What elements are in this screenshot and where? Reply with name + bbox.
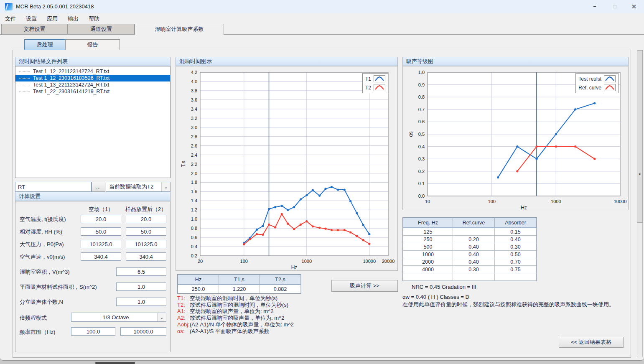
calc-field-with-sample[interactable]: [126, 240, 166, 248]
close-button[interactable]: ✕: [624, 0, 644, 13]
maximize-button[interactable]: □: [605, 0, 624, 13]
svg-text:0.3: 0.3: [418, 156, 425, 161]
menu-file[interactable]: 文件: [0, 13, 21, 24]
svg-text:0.7: 0.7: [418, 107, 425, 112]
chevron-down-icon[interactable]: ⌄: [161, 182, 170, 191]
calc-field-with-sample[interactable]: [126, 252, 166, 261]
legend-item: T2: [365, 84, 385, 91]
menu-output[interactable]: 输出: [63, 13, 84, 24]
back-to-results-button[interactable]: << 返回结果表格: [559, 337, 624, 348]
table-row: 2500.200.40: [403, 236, 537, 243]
file-list-item[interactable]: Test 1_22_230316141219_RT.txt: [15, 88, 170, 95]
calc-field-empty-room[interactable]: [81, 215, 121, 223]
svg-text:0.2: 0.2: [418, 169, 425, 174]
data-read-value: 当前数据读取为T2: [106, 183, 161, 191]
calc-row-label: 分立吸声体个数,N: [20, 298, 63, 306]
menu-help[interactable]: 帮助: [84, 13, 104, 24]
table-header: Hz: [178, 275, 219, 285]
svg-text:3.8: 3.8: [191, 88, 197, 93]
calc-field-empty-room[interactable]: [81, 240, 121, 248]
svg-text:1.0: 1.0: [418, 70, 425, 75]
absorber-table: Freq. HzRef.curveAbsorber125 0.152500.20…: [402, 217, 537, 281]
svg-text:0.6: 0.6: [418, 119, 425, 124]
file-list[interactable]: Test 1_12_221123142724_RT.txt Test 1_12_…: [15, 66, 171, 178]
rt-chart-header: 混响时间图示: [176, 57, 398, 66]
subtab-report[interactable]: 报告: [65, 39, 120, 50]
nrc-result: NRC = 0.45 Gradation = III: [412, 284, 476, 290]
svg-text:2.0: 2.0: [191, 171, 197, 176]
calc-row-label: 混响室容积，V(m^3): [20, 268, 70, 276]
annotation-line: A1:空场混响室的吸声量，单位为: m^2: [177, 308, 397, 315]
freq-max-field[interactable]: [120, 327, 166, 336]
freq-min-field[interactable]: [71, 327, 115, 336]
svg-text:3.6: 3.6: [191, 97, 197, 102]
octave-mode-select[interactable]: 1/3 Octave ⌄: [71, 313, 166, 322]
calc-settings-body: 空场（1） 样品放置后（2） 倍频程模式 1/3 Octave ⌄ 频率范围（H…: [15, 201, 171, 352]
tab-channel-settings[interactable]: 通道设置: [68, 24, 135, 34]
svg-text:2.8: 2.8: [191, 134, 197, 139]
svg-text:1.8: 1.8: [191, 180, 197, 185]
rating-chart[interactable]: 0.00.10.20.30.40.50.60.70.80.91.01010010…: [402, 66, 629, 210]
minimize-button[interactable]: −: [585, 0, 604, 13]
subtab-postprocess[interactable]: 后处理: [24, 39, 65, 50]
tab-document-settings[interactable]: 文档设置: [1, 24, 68, 34]
calc-field-empty-room[interactable]: [81, 227, 121, 236]
table-row: 250.01.2200.882: [178, 285, 301, 293]
svg-text:2.6: 2.6: [191, 143, 197, 148]
table-header: Freq. Hz: [403, 218, 453, 228]
calc-field-with-sample[interactable]: [126, 215, 166, 223]
octave-mode-label: 倍频程模式: [20, 314, 47, 322]
svg-text:Hz: Hz: [521, 205, 527, 210]
calc-field-single[interactable]: [116, 283, 166, 291]
data-read-select[interactable]: 当前数据读取为T2 ⌄: [106, 182, 171, 192]
svg-text:0.9: 0.9: [418, 82, 425, 87]
svg-text:4.2: 4.2: [191, 70, 197, 75]
svg-text:3.2: 3.2: [191, 116, 197, 121]
svg-text:10: 10: [425, 199, 430, 204]
rt-chart-legend: T1T2: [362, 73, 388, 93]
svg-text:20: 20: [198, 259, 203, 264]
file-list-item[interactable]: Test 1_13_221123142724_RT.txt: [15, 81, 170, 88]
svg-text:1.4: 1.4: [191, 198, 197, 203]
usage-note: 在使用此单值评价量的时候，强烈建议与按照标准获得的完整的吸声系数曲线一块使用。: [402, 301, 614, 308]
collapse-left-icon[interactable]: <: [637, 172, 642, 176]
menu-settings[interactable]: 设置: [21, 13, 42, 24]
rt-name-input[interactable]: [15, 182, 92, 192]
series-curve-icon: [374, 75, 385, 82]
calc-field-single[interactable]: [116, 267, 166, 276]
svg-text:0.1: 0.1: [418, 181, 425, 186]
tab-reverb-room-absorption[interactable]: 混响室计算吸声系数: [135, 24, 224, 35]
table-row: [403, 273, 537, 281]
calc-field-single[interactable]: [116, 298, 166, 306]
calc-field-empty-room[interactable]: [81, 252, 121, 261]
panel-collapse-handle[interactable]: <: [637, 50, 643, 223]
app-window: MCR Beta 2.05.0.001 20230418 − □ ✕ 文件设置应…: [0, 0, 644, 361]
table-row: 20000.400.70: [403, 258, 537, 266]
freq-range-label: 频率范围（Hz): [20, 328, 55, 336]
rt-chart[interactable]: 0.20.40.60.81.01.21.41.61.82.02.22.42.62…: [176, 66, 398, 271]
menu-apply[interactable]: 应用: [42, 13, 63, 24]
window-title: MCR Beta 2.05.0.001 20230418: [16, 3, 94, 10]
calc-field-with-sample[interactable]: [126, 227, 166, 236]
svg-text:20000: 20000: [382, 259, 395, 264]
svg-text:0.5: 0.5: [418, 132, 425, 137]
absorption-calc-button[interactable]: 吸声计算 >>: [331, 280, 398, 292]
table-header: Ref.curve: [453, 218, 495, 228]
browse-button[interactable]: ...: [92, 182, 105, 192]
calc-row-label: 空气温度, t(摄氏度): [20, 216, 66, 223]
legend-item: Test reulst: [578, 75, 616, 82]
svg-text:1000: 1000: [551, 199, 561, 204]
svg-text:0.8: 0.8: [418, 94, 425, 99]
svg-text:2.2: 2.2: [191, 162, 197, 167]
calc-settings-header: 计算设置: [15, 192, 171, 201]
table-row: 125 0.15: [403, 228, 537, 236]
series-curve-icon: [604, 84, 616, 91]
svg-text:100: 100: [488, 199, 496, 204]
calc-row-label: 空气声速，v0(m/s): [20, 253, 65, 261]
svg-text:0.4: 0.4: [191, 244, 197, 249]
tree-connector-icon: [19, 71, 30, 72]
file-list-item[interactable]: Test 1_12_230316183526_RT.txt: [15, 75, 170, 81]
chevron-down-icon[interactable]: ⌄: [157, 313, 166, 321]
svg-text:Hz: Hz: [291, 265, 298, 270]
file-list-item[interactable]: Test 1_12_221123142724_RT.txt: [15, 68, 170, 75]
